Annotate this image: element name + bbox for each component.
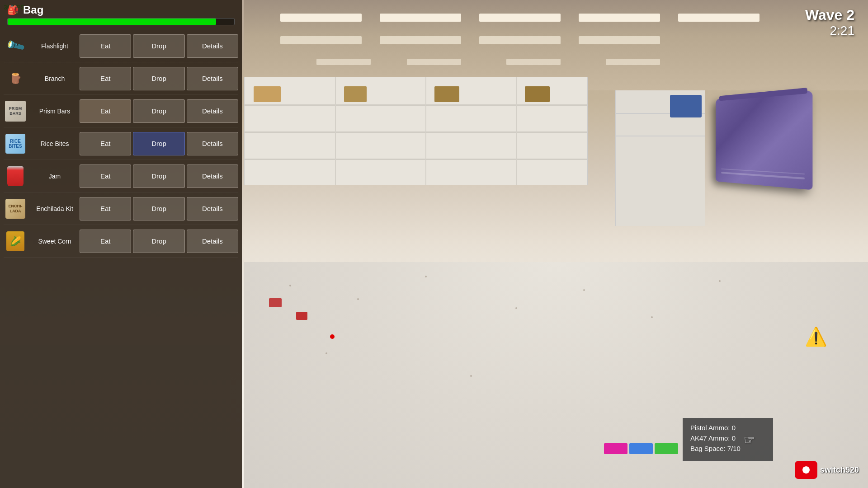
item-buttons-enchilada-kit: EatDropDetails — [80, 197, 238, 221]
floor-dot — [326, 352, 327, 354]
drop-button-sweet-corn[interactable]: Drop — [133, 230, 184, 253]
details-button-rice-bites[interactable]: Details — [187, 132, 238, 155]
shelf-bar-1 — [245, 104, 587, 106]
bag-icon: 🎒 — [7, 5, 19, 15]
floor-dot — [425, 276, 427, 277]
shelf-bar-3 — [245, 159, 587, 160]
inventory-row-rice-bites: RICEBITESRice BitesEatDropDetails — [4, 127, 238, 160]
prism-icon: PRISMBARS — [5, 101, 26, 122]
eat-button-enchilada-kit[interactable]: Eat — [80, 197, 131, 221]
light-11 — [407, 59, 461, 65]
shelf-item-3 — [434, 86, 459, 102]
right-shelf — [615, 90, 705, 226]
floor-dot — [289, 285, 291, 286]
item-icon-branch: 🪵 — [4, 67, 27, 90]
light-9 — [579, 36, 660, 44]
light-4 — [579, 14, 660, 22]
item-name-enchilada-kit: Enchilada Kit — [30, 205, 80, 212]
scene-bag-item — [716, 90, 812, 190]
floor-dot — [651, 316, 653, 318]
item-icon-flashlight: 🔦 — [4, 34, 27, 58]
item-buttons-sweet-corn: EatDropDetails — [80, 230, 238, 253]
item-buttons-branch: EatDropDetails — [80, 67, 238, 90]
enchilada-icon: ENCHI-LADA — [5, 199, 25, 219]
shelf-main — [244, 77, 588, 185]
jam-icon — [7, 166, 24, 186]
inventory-row-flashlight: 🔦FlashlightEatDropDetails — [4, 30, 238, 62]
eat-button-branch[interactable]: Eat — [80, 67, 131, 90]
item-icon-jam — [4, 164, 27, 188]
floor-dot — [515, 307, 517, 309]
light-10 — [316, 59, 371, 65]
eat-button-jam[interactable]: Eat — [80, 164, 131, 188]
flashlight-icon: 🔦 — [5, 35, 26, 56]
details-button-prism-bars[interactable]: Details — [187, 99, 238, 123]
item-name-prism-bars: Prism Bars — [30, 108, 80, 115]
eat-button-flashlight[interactable]: Eat — [80, 34, 131, 58]
drop-button-jam[interactable]: Drop — [133, 164, 184, 188]
item-name-rice-bites: Rice Bites — [30, 140, 80, 147]
details-button-jam[interactable]: Details — [187, 164, 238, 188]
light-1 — [280, 14, 362, 22]
details-button-branch[interactable]: Details — [187, 67, 238, 90]
light-7 — [380, 36, 461, 44]
health-bar-fill — [8, 19, 216, 25]
floor — [244, 262, 868, 488]
scene-red-dot — [330, 334, 335, 339]
eat-button-rice-bites[interactable]: Eat — [80, 132, 131, 155]
light-12 — [506, 59, 561, 65]
drop-button-rice-bites[interactable]: Drop — [133, 132, 184, 155]
right-shelf-bar2 — [616, 136, 705, 136]
bag-title: Bag — [23, 4, 43, 16]
drop-button-prism-bars[interactable]: Drop — [133, 99, 184, 123]
details-button-sweet-corn[interactable]: Details — [187, 230, 238, 253]
shelf-div-2 — [425, 77, 426, 185]
bag-panel: 🎒 Bag 🔦FlashlightEatDropDetails🪵BranchEa… — [0, 0, 242, 488]
branch-icon: 🪵 — [9, 73, 22, 84]
shelf-item-2 — [344, 86, 367, 102]
item-icon-corn: 🌽 — [4, 230, 27, 253]
drop-button-enchilada-kit[interactable]: Drop — [133, 197, 184, 221]
shelf-bar-2 — [245, 131, 587, 133]
light-5 — [678, 14, 760, 22]
shelves-area — [244, 77, 597, 194]
health-bar-container — [7, 18, 235, 25]
item-name-sweet-corn: Sweet Corn — [30, 238, 80, 245]
drop-button-branch[interactable]: Drop — [133, 67, 184, 90]
item-name-branch: Branch — [30, 75, 80, 82]
item-buttons-rice-bites: EatDropDetails — [80, 132, 238, 155]
shelf-div-1 — [335, 77, 336, 185]
item-icon-enchilada: ENCHI-LADA — [4, 197, 27, 221]
rice-icon: RICEBITES — [5, 134, 25, 154]
details-button-flashlight[interactable]: Details — [187, 34, 238, 58]
floor-dot — [719, 280, 721, 282]
light-3 — [479, 14, 561, 22]
bag-header: 🎒 Bag — [0, 0, 242, 18]
shelf-div-3 — [516, 77, 517, 185]
inventory-row-enchilada-kit: ENCHI-LADAEnchilada KitEatDropDetails — [4, 192, 238, 225]
right-product — [670, 95, 702, 117]
floor-item-1 — [269, 298, 282, 307]
light-6 — [280, 36, 362, 44]
light-8 — [479, 36, 561, 44]
item-name-flashlight: Flashlight — [30, 42, 80, 50]
item-icon-rice: RICEBITES — [4, 132, 27, 155]
shelf-item-1 — [254, 86, 281, 102]
eat-button-sweet-corn[interactable]: Eat — [80, 230, 131, 253]
inventory-list: 🔦FlashlightEatDropDetails🪵BranchEatDropD… — [0, 28, 242, 488]
item-buttons-jam: EatDropDetails — [80, 164, 238, 188]
eat-button-prism-bars[interactable]: Eat — [80, 99, 131, 123]
floor-dot — [583, 289, 585, 291]
floor-dot — [470, 375, 472, 377]
item-icon-prism: PRISMBARS — [4, 99, 27, 123]
light-2 — [380, 14, 461, 22]
inventory-row-jam: JamEatDropDetails — [4, 160, 238, 192]
item-buttons-prism-bars: EatDropDetails — [80, 99, 238, 123]
item-buttons-flashlight: EatDropDetails — [80, 34, 238, 58]
floor-dot — [357, 298, 359, 300]
inventory-row-prism-bars: PRISMBARSPrism BarsEatDropDetails — [4, 95, 238, 127]
details-button-enchilada-kit[interactable]: Details — [187, 197, 238, 221]
drop-button-flashlight[interactable]: Drop — [133, 34, 184, 58]
inventory-row-branch: 🪵BranchEatDropDetails — [4, 62, 238, 95]
corn-icon: 🌽 — [6, 231, 24, 251]
